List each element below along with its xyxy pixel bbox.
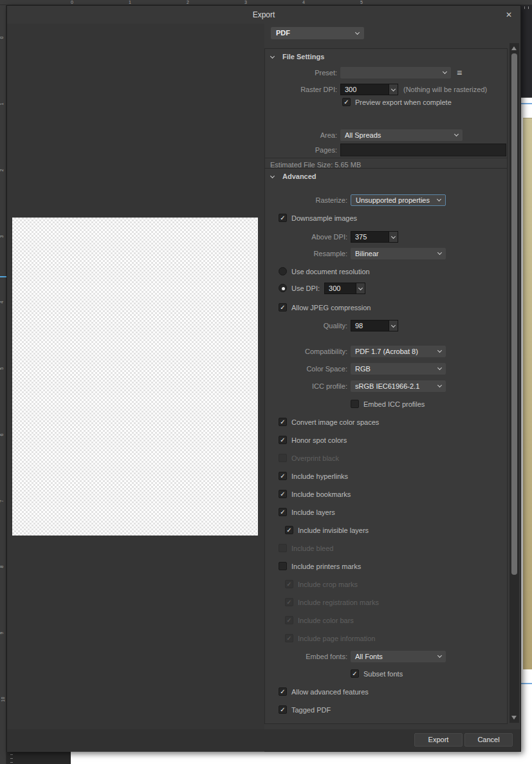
field-label: ICC profile: (265, 382, 347, 390)
checkbox[interactable]: ✓ (279, 687, 287, 696)
row-use-dpi: Use DPI:300 (279, 283, 365, 293)
checkbox[interactable]: ✓ (279, 705, 287, 714)
checkbox[interactable]: ✓ (279, 508, 287, 516)
ruler-number: 7 (0, 500, 4, 503)
option-label: Include bleed (291, 545, 333, 552)
option-label: Include printers marks (291, 563, 361, 570)
row-include-layers: ✓Include layers (279, 507, 335, 517)
dropdown-empty[interactable] (340, 67, 451, 79)
row-pages: Pages: (265, 144, 506, 156)
chevron-down-icon (358, 285, 363, 290)
pages-input[interactable] (340, 144, 506, 156)
combo-98[interactable]: 98 (351, 320, 398, 331)
document-page-edge (523, 118, 532, 669)
dropdown-value: RGB (355, 365, 371, 373)
combo-dropdown-button[interactable] (389, 231, 398, 243)
preset-menu-icon[interactable]: ≡ (457, 68, 462, 77)
row-include-bookmarks: ✓Include bookmarks (279, 489, 351, 499)
combo-dropdown-button[interactable] (389, 84, 398, 95)
chevron-down-icon (437, 653, 442, 658)
dropdown-all-spreads[interactable]: All Spreads (340, 129, 463, 141)
ruler-number: 4 (0, 301, 4, 304)
combo-value[interactable]: 300 (324, 283, 356, 294)
scroll-down-icon[interactable] (511, 716, 517, 720)
ruler-number: 8 (0, 566, 4, 568)
combo-300[interactable]: 300 (324, 283, 365, 294)
row-subset-fonts: ✓Subset fonts (351, 669, 403, 678)
ruler-number: 3 (244, 0, 247, 5)
row-area: Area:All Spreads (265, 129, 463, 142)
close-icon[interactable]: ✕ (503, 6, 515, 24)
radio-button[interactable] (279, 284, 287, 292)
option-label: Preview export when complete (355, 98, 452, 106)
checkbox[interactable]: ✓ (342, 98, 351, 106)
dropdown-srgb-iec61966-2-1[interactable]: sRGB IEC61966-2.1 (351, 380, 446, 392)
settings-scrollbar[interactable] (509, 43, 519, 723)
vertical-ruler[interactable]: 012345678910 (0, 5, 6, 764)
section-file-settings: File Settings Preset:≡Raster DPI:300(Not… (264, 48, 508, 172)
row-include-crop-marks: ✓Include crop marks (285, 579, 358, 589)
row-color-space: Color Space:RGB (265, 362, 446, 375)
field-label: Raster DPI: (265, 86, 337, 93)
checkbox[interactable]: ✓ (285, 526, 293, 534)
ruler-number: 6 (0, 434, 4, 436)
row-include-registration-marks: ✓Include registration marks (285, 597, 379, 607)
option-label: Include registration marks (298, 599, 379, 606)
section-header-advanced[interactable]: Advanced (265, 171, 316, 182)
checkbox[interactable]: ✓ (351, 669, 359, 678)
option-label: Include bookmarks (291, 490, 351, 498)
dropdown-rgb[interactable]: RGB (351, 363, 446, 375)
checkbox[interactable]: ✓ (279, 418, 287, 426)
dropdown-value: PDF 1.7 (Acrobat 8) (355, 348, 418, 355)
format-select-value: PDF (276, 29, 290, 37)
combo-375[interactable]: 375 (351, 231, 398, 243)
option-label: Include invisible layers (298, 526, 369, 534)
export-button[interactable]: Export (414, 733, 463, 747)
cancel-button[interactable]: Cancel (464, 733, 513, 747)
section-title: File Settings (282, 53, 324, 61)
combo-300[interactable]: 300 (340, 84, 398, 95)
dropdown-unsupported-properties[interactable]: Unsupported properties (351, 194, 446, 206)
ruler-number: 5 (360, 0, 363, 5)
option-label: Overprint black (291, 454, 339, 462)
option-label: Use document resolution (291, 268, 370, 275)
dropdown-all-fonts[interactable]: All Fonts (351, 651, 446, 662)
checkbox[interactable]: ✓ (279, 303, 287, 312)
chevron-down-icon (437, 197, 441, 201)
combo-dropdown-button[interactable] (389, 320, 398, 331)
dropdown-pdf-1-7-acrobat-8[interactable]: PDF 1.7 (Acrobat 8) (351, 346, 446, 357)
dialog-title: Export (253, 10, 275, 19)
chevron-down-icon (437, 348, 442, 353)
panel-tick (10, 758, 13, 759)
dialog-titlebar[interactable]: Export ✕ (7, 6, 520, 24)
ruler-number: 2 (0, 169, 4, 172)
checkbox[interactable] (351, 400, 359, 408)
checkbox[interactable]: ✓ (279, 490, 287, 498)
combo-value[interactable]: 375 (351, 231, 389, 243)
transparent-page-preview[interactable] (12, 218, 258, 536)
combo-value[interactable]: 300 (340, 84, 389, 95)
radio-button[interactable] (279, 267, 287, 275)
export-dialog: Export ✕ PDF File Settings Preset:≡Raste… (6, 5, 521, 752)
section-header-file-settings[interactable]: File Settings (265, 51, 324, 62)
combo-dropdown-button[interactable] (356, 283, 365, 294)
dropdown-bilinear[interactable]: Bilinear (351, 248, 446, 259)
background-panel-fragment (6, 752, 71, 764)
option-label: Downsample images (291, 214, 357, 222)
scrollbar-thumb[interactable] (511, 53, 517, 575)
row-above-dpi: Above DPI:375 (265, 230, 398, 243)
row-include-invisible-layers: ✓Include invisible layers (285, 525, 369, 535)
checkbox[interactable] (279, 562, 287, 570)
dropdown-value: Unsupported properties (356, 196, 430, 204)
format-select[interactable]: PDF (271, 27, 364, 39)
row-embed-icc-profiles: Embed ICC profiles (351, 399, 425, 409)
checkbox[interactable]: ✓ (279, 214, 287, 222)
combo-value[interactable]: 98 (351, 320, 389, 331)
checkbox[interactable]: ✓ (279, 472, 287, 480)
scroll-up-icon[interactable] (511, 46, 517, 50)
horizontal-ruler[interactable]: 012345 (0, 0, 532, 5)
checkbox[interactable]: ✓ (279, 436, 287, 444)
row-preview-export-when-complete: ✓Preview export when complete (342, 97, 452, 107)
ruler-number: 10 (1, 697, 5, 702)
row-allow-advanced-features: ✓Allow advanced features (279, 687, 369, 696)
